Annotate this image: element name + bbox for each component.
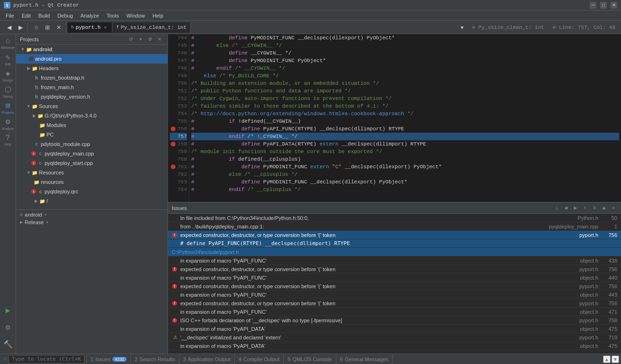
- welcome-panel-icon[interactable]: ⌂ Welcome: [1, 36, 15, 50]
- issue-row-9[interactable]: in expansion of macro 'PyAPI_FUNC' objec…: [168, 308, 621, 316]
- issues-warning-filter[interactable]: ⚡: [581, 204, 589, 212]
- tree-arrow-sources: ▼: [26, 103, 31, 109]
- code-line-751: /* public Python functions and data are …: [191, 87, 619, 95]
- issues-filter-btn[interactable]: ≡: [591, 204, 598, 212]
- sidebar-close-btn[interactable]: ✕: [155, 35, 164, 44]
- edit-panel-icon[interactable]: ✎ Edit: [1, 52, 15, 66]
- issues-close-btn[interactable]: ✕: [610, 204, 617, 212]
- kit-selector[interactable]: ⚙ android ▾: [20, 212, 164, 218]
- code-line-749: else /* Py_BUILD_CORE */: [191, 72, 619, 80]
- tree-item-resources-sub[interactable]: 📁 resources: [16, 177, 167, 187]
- issue-row-10[interactable]: ! ISO C++ forbids declaration of '__decl…: [168, 316, 621, 325]
- tree-item-android-pro[interactable]: ⬛ android.pro: [16, 54, 167, 64]
- issue-icon-10: !: [172, 317, 178, 324]
- issues-error-filter[interactable]: ⚠: [553, 204, 560, 212]
- tab-pyssize[interactable]: f Py_ssize_clean_t: int: [112, 22, 191, 33]
- tab-app-output[interactable]: 3 Application Output: [179, 354, 235, 364]
- sidebar-sync-btn[interactable]: ⟳: [127, 35, 135, 44]
- issue-row-7[interactable]: in expansion of macro 'PyAPI_FUNC' objec…: [168, 291, 621, 299]
- issue-row-11[interactable]: in expansion of macro 'PyAPI_DATA' objec…: [168, 325, 621, 333]
- menu-debug[interactable]: Debug: [54, 12, 76, 19]
- tree-item-pyqtdeploy-main[interactable]: ! c pyqtdeploy_main.cpp: [16, 149, 167, 158]
- issues-collapse-btn[interactable]: ▲: [600, 204, 608, 212]
- menu-window[interactable]: Window: [122, 12, 148, 19]
- issue-row-6[interactable]: ! expected constructor, destructor, or t…: [168, 282, 621, 291]
- tree-item-pyqtdeploy-start[interactable]: ! c pyqtdeploy_start.cpp: [16, 158, 167, 168]
- issue-row-0[interactable]: In file included from C:\Python34\includ…: [168, 214, 621, 222]
- tree-label-android-pro: android.pro: [35, 56, 62, 62]
- close-split-button[interactable]: ✕: [54, 22, 64, 33]
- menu-help[interactable]: Help: [149, 12, 167, 19]
- menu-file[interactable]: File: [2, 12, 18, 19]
- tree-label-pdytools: pdytools_module.cpp: [41, 141, 90, 147]
- issues-prev-btn[interactable]: ◀: [562, 204, 570, 212]
- issue-row-13[interactable]: in expansion of macro 'PyAPI_DATA' objec…: [168, 342, 621, 350]
- issue-row-1[interactable]: from ..\build\pyqtdeploy_main.cpp:1: pyq…: [168, 222, 621, 231]
- run-icon[interactable]: ▶: [1, 303, 15, 318]
- issue-msg-7: in expansion of macro 'PyAPI_FUNC': [180, 292, 522, 298]
- issues-next-btn[interactable]: ▶: [572, 204, 579, 212]
- issue-icon-inline: [172, 240, 178, 247]
- tree-item-resources[interactable]: ▼ 📁 Resources: [16, 168, 167, 177]
- tree-item-android[interactable]: ▼ 📁 android: [16, 45, 167, 54]
- tree-item-python-dir[interactable]: ▶ 📁 G:/Qt/src/Python-3.4.0: [16, 111, 167, 120]
- forward-button[interactable]: ▶: [15, 22, 26, 33]
- tree-item-modules[interactable]: 📁 Modules: [16, 120, 167, 130]
- menu-tools[interactable]: Tools: [103, 12, 123, 19]
- analyze-panel-icon[interactable]: ⚙ Analyze: [1, 117, 15, 131]
- issue-row-8[interactable]: ! expected constructor, destructor, or t…: [168, 299, 621, 308]
- debug-run-icon[interactable]: ⚙: [1, 320, 15, 335]
- tree-label-android: android: [33, 46, 52, 52]
- sidebar-settings-btn[interactable]: ⚙: [146, 35, 154, 44]
- menu-edit[interactable]: Edit: [18, 12, 35, 19]
- menu-build[interactable]: Build: [35, 12, 54, 19]
- issue-row-2[interactable]: ! expected constructor, destructor, or t…: [168, 231, 621, 239]
- tree-item-pdytools[interactable]: c pdytools_module.cpp: [16, 139, 167, 149]
- tree-item-headers[interactable]: ▶ 📁 Headers: [16, 64, 167, 73]
- bookmark-button[interactable]: ☆: [31, 22, 41, 33]
- code-line-758: # define PyAPI_DATA(RTYPE) extern __decl…: [191, 140, 619, 148]
- tab-dropdown-button[interactable]: ▾: [457, 22, 467, 33]
- debug-panel-icon[interactable]: ⬡ Debug: [1, 84, 15, 99]
- tree-item-pc[interactable]: 📁 PC: [16, 130, 167, 139]
- locate-input[interactable]: [9, 355, 84, 364]
- tab-scroll-up[interactable]: ▲: [603, 355, 611, 363]
- issue-row-5[interactable]: in expansion of macro 'PyAPI_FUNC' objec…: [168, 273, 621, 282]
- issue-row-12[interactable]: ⚠ '__declspec' initialized and declared …: [168, 333, 621, 342]
- tree-item-frozen-bootstrap[interactable]: h frozen_bootstrap.h: [16, 73, 167, 82]
- tree-item-sources[interactable]: ▼ 📁 Sources: [16, 101, 167, 111]
- tab-scroll-down[interactable]: ▼: [612, 355, 619, 363]
- help-panel-icon[interactable]: ? Help: [1, 133, 15, 147]
- config-selector[interactable]: ▶ Release ▾: [20, 219, 164, 225]
- tab-compile-output[interactable]: 4 Compile Output: [235, 354, 284, 364]
- line-761: 761: [170, 163, 187, 171]
- split-button[interactable]: ⊞: [42, 22, 53, 33]
- back-button[interactable]: ◀: [4, 22, 14, 33]
- tab-search-results[interactable]: 2 Search Results: [131, 354, 179, 364]
- tab-pyport-close[interactable]: ✕: [102, 25, 108, 30]
- menu-analyze[interactable]: Analyze: [77, 12, 103, 19]
- tree-item-pyqtdeploy-version[interactable]: h pyqtdeploy_version.h: [16, 92, 167, 101]
- tab-general-messages[interactable]: 6 General Messages: [336, 354, 393, 364]
- issue-row-4[interactable]: ! expected constructor, destructor, or t…: [168, 265, 621, 273]
- sidebar-filter-btn[interactable]: ▾: [136, 35, 145, 44]
- tree-arrow-root-slash: ▶: [33, 198, 39, 204]
- tree-item-root-slash[interactable]: ▶ 📁 /: [16, 196, 167, 206]
- tab-qml-console[interactable]: 5 QML/JS Console: [284, 354, 336, 364]
- design-panel-icon[interactable]: ◈ Design: [1, 68, 15, 82]
- issue-row-3[interactable]: in expansion of macro 'PyAPI_FUNC' objec…: [168, 256, 621, 265]
- tab-pyport[interactable]: h pyport.h ✕: [67, 22, 112, 33]
- close-button[interactable]: ✕: [611, 2, 617, 9]
- issue-icon-11: [172, 326, 178, 332]
- build-icon[interactable]: 🔨: [1, 337, 15, 352]
- projects-panel-icon[interactable]: ⊞ Projects: [1, 100, 15, 115]
- issue-icon-13: [172, 343, 178, 349]
- tab-pyssize-label: Py_ssize_clean_t: int: [121, 25, 187, 30]
- code-content[interactable]: # define PyMODINIT_FUNC __declspec(dllex…: [189, 34, 621, 202]
- maximize-button[interactable]: □: [600, 2, 607, 9]
- tab-issues[interactable]: 1 Issues 4231: [87, 354, 131, 364]
- tree-item-pyqtdeploy-qrc[interactable]: ! q pyqtdeploy.qrc: [16, 187, 167, 196]
- code-line-761: # define PyMODINIT_FUNC extern "C" __dec…: [191, 163, 619, 171]
- tree-item-frozen-main[interactable]: h frozen_main.h: [16, 82, 167, 92]
- minimize-button[interactable]: ─: [590, 2, 596, 9]
